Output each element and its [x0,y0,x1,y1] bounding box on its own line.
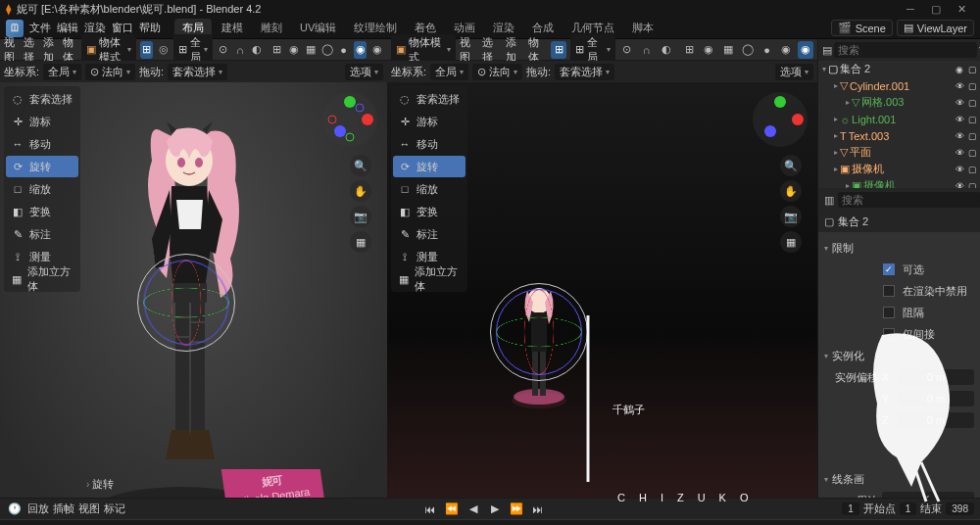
usage-select[interactable]: 自 [882,492,974,499]
vmenu-obj-r[interactable]: 物体 [528,35,547,65]
section-instancing[interactable]: ▾实例化 [824,346,974,365]
tool-addcube[interactable]: ▦添加立方体 [6,268,78,290]
vmenu-add[interactable]: 添加 [43,35,59,65]
snap-toggle[interactable]: ⊞ [140,41,153,59]
section-lineart[interactable]: ▾线条画 [824,469,974,489]
vmenu-obj[interactable]: 物体 [63,35,78,65]
tool-rotate-r[interactable]: ⟳旋转 [393,156,466,177]
tab-sculpt[interactable]: 雕刻 [253,19,290,37]
jump-start-icon[interactable]: ⏮ [421,501,439,518]
menu-help[interactable]: 帮助 [139,21,161,35]
cb-selectable[interactable]: 可选 [883,260,974,279]
tool-cursor-r[interactable]: ✛游标 [393,111,466,132]
camera-btn[interactable]: 📷 [350,206,371,227]
pan-btn[interactable]: ✋ [350,180,371,202]
drag-r[interactable]: 套索选择 ▾ [555,64,614,80]
tool-move-r[interactable]: ↔移动 [393,133,466,155]
tmenu-playback[interactable]: 回放 [27,501,49,516]
tool-addcube-r[interactable]: ▦添加立方体 [393,268,466,290]
gizmo-r[interactable]: ⊞ [681,41,697,59]
cb-holdout[interactable]: 阻隔 [883,303,974,322]
viewport-right-canvas[interactable]: ◌套索选择 ✛游标 ↔移动 ⟳旋转 □缩放 ◧变换 ✎标注 ⟟测量 ▦添加立方体 [387,82,817,498]
prev-key-icon[interactable]: ⏪ [443,501,461,518]
gizmo-rotate-right[interactable] [490,283,588,381]
tmenu-keying[interactable]: 插帧 [53,501,74,516]
close-button[interactable]: ✕ [949,0,974,18]
tool-move[interactable]: ↔移动 [6,133,78,155]
mat-r[interactable]: ◉ [778,41,794,59]
nav-gizmo-left[interactable] [320,90,379,149]
nav-gizmo-right[interactable] [751,90,809,149]
pivot-btn[interactable]: ⊙ [217,41,229,59]
jump-end-icon[interactable]: ⏭ [529,501,547,518]
cb-disable-render[interactable]: 在渲染中禁用 [883,281,974,301]
tool-select-r[interactable]: ◌套索选择 [393,88,466,110]
outliner-item[interactable]: ▸▽Cylinder.001👁▢ [818,77,980,94]
xray-r[interactable]: ▦ [720,41,736,59]
tool-rotate[interactable]: ⟳旋转 [6,156,78,177]
section-limit[interactable]: ▾限制 [824,238,974,258]
tool-scale-r[interactable]: □缩放 [393,178,466,200]
offset-y[interactable]: 0 m [898,391,974,406]
outliner-search[interactable] [834,42,977,58]
menu-edit[interactable]: 编辑 [57,21,78,35]
outliner[interactable]: ▾▢集合 2◉▢ ▸▽Cylinder.001👁▢▸▽网格.003👁▢▸☼Lig… [818,61,980,188]
overlay-r[interactable]: ◉ [701,41,716,59]
tab-uv[interactable]: UV编辑 [292,19,344,37]
xray-btn[interactable]: ▦ [304,41,317,59]
snap-r[interactable]: ⊞ [551,41,566,59]
tool-transform[interactable]: ◧变换 [6,201,78,222]
persp-r[interactable]: ▦ [780,231,802,253]
outliner-item[interactable]: ▸▣摄像机👁▢ [818,177,980,188]
play-icon[interactable]: ▶ [486,501,504,518]
tool-annotate-r[interactable]: ✎标注 [393,223,466,245]
snap-btn[interactable]: ∩ [233,41,246,59]
start-frame[interactable]: 1 [900,502,917,515]
camera-r[interactable]: 📷 [780,206,802,227]
outliner-item[interactable]: ▸☼Light.001👁▢ [818,111,980,127]
tool-annotate[interactable]: ✎标注 [6,223,78,245]
current-frame[interactable]: 1 [842,502,859,515]
orient-select[interactable]: 全局 ▾ [43,64,81,80]
tmenu-view[interactable]: 视图 [78,501,100,516]
timeline-type-icon[interactable]: 🕐 [6,501,24,518]
drag-select[interactable]: 套索选择 ▾ [168,64,227,80]
prop-btn[interactable]: ◐ [250,41,263,59]
vmenu-select-r[interactable]: 选择 [482,35,501,65]
pivot-select[interactable]: ⊙ 法向 ▾ [85,64,135,80]
offset-x[interactable]: 0 m [898,369,974,385]
pivot-sel-r[interactable]: ⊙ 法向 ▾ [472,64,522,80]
menu-window[interactable]: 窗口 [112,21,133,35]
next-key-icon[interactable]: ⏩ [508,501,525,518]
pan-r[interactable]: ✋ [780,180,802,202]
menu-render[interactable]: 渲染 [84,21,106,35]
solid-r[interactable]: ● [760,41,775,59]
zoom-r[interactable]: 🔍 [780,155,802,176]
outliner-item[interactable]: ▸TText.003👁▢ [818,127,980,144]
offset-z[interactable]: 0 m [898,412,974,428]
play-rev-icon[interactable]: ◀ [465,501,482,518]
viewlayer-select[interactable]: ▤ViewLayer [897,20,974,36]
vmenu-select[interactable]: 选择 [24,35,39,65]
persp-btn[interactable]: ▦ [350,231,371,253]
cb-indirect[interactable]: 仅间接 [883,324,974,344]
props-search[interactable] [838,192,980,208]
render-r[interactable]: ◉ [798,41,813,59]
options-r[interactable]: 选项 ▾ [775,64,813,80]
snap2-r[interactable]: ∩ [639,41,655,59]
outliner-item[interactable]: ▸▣摄像机👁▢ [818,161,980,177]
outliner-root[interactable]: ▾▢集合 2◉▢ [818,61,980,77]
vmenu-view[interactable]: 视图 [4,35,20,65]
prop-r[interactable]: ◐ [659,41,674,59]
tool-select[interactable]: ◌套索选择 [6,88,78,110]
options-btn[interactable]: 选项 ▾ [345,64,383,80]
tool-scale[interactable]: □缩放 [6,178,78,200]
matprev-btn[interactable]: ◉ [354,41,367,59]
render-btn[interactable]: ◉ [370,41,383,59]
vmenu-add-r[interactable]: 添加 [506,35,524,65]
tool-cursor[interactable]: ✛游标 [6,111,78,132]
vmenu-view-r[interactable]: 视图 [460,35,478,65]
tmenu-marker[interactable]: 标记 [104,501,125,516]
tab-modeling[interactable]: 建模 [214,19,251,37]
minimize-button[interactable]: ─ [898,0,923,18]
